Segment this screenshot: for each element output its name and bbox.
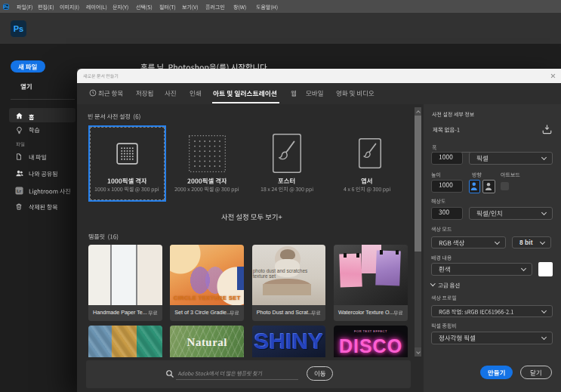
svg-text:Lr: Lr [17,188,21,193]
